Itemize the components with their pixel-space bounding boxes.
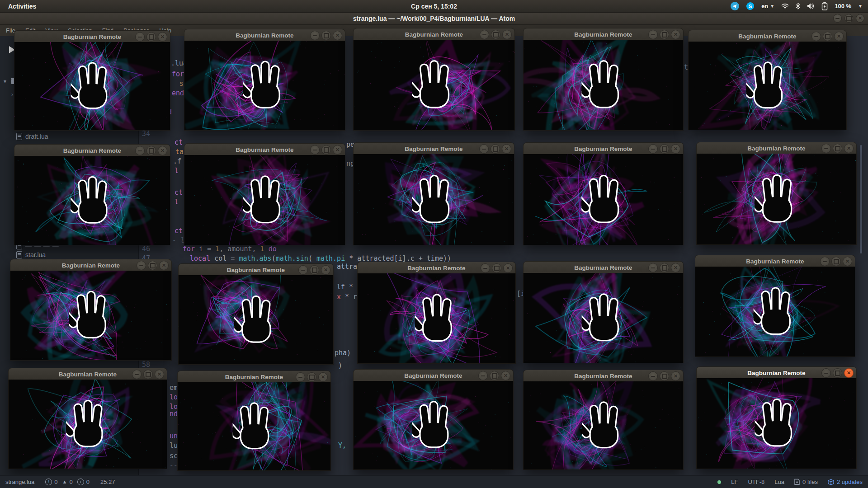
- maximize-button[interactable]: [833, 144, 842, 153]
- minimize-button[interactable]: [298, 265, 308, 275]
- maximize-button[interactable]: [321, 31, 331, 40]
- minimize-button[interactable]: [135, 146, 145, 155]
- close-button[interactable]: ✕: [502, 30, 512, 39]
- maximize-button[interactable]: [321, 145, 331, 155]
- minimize-button[interactable]: [820, 257, 830, 266]
- maximize-button[interactable]: [143, 370, 153, 379]
- line-ending-indicator[interactable]: LF: [731, 479, 738, 485]
- close-button[interactable]: ✕: [502, 144, 511, 154]
- remote-window-titlebar[interactable]: Bagburnian Remote ✕: [696, 366, 857, 379]
- maximize-button[interactable]: [492, 263, 501, 273]
- minimize-button[interactable]: [821, 368, 831, 378]
- minimize-button[interactable]: [821, 144, 831, 153]
- syntax-indicator[interactable]: Lua: [774, 479, 784, 485]
- minimize-button[interactable]: [480, 30, 489, 39]
- remote-viewport[interactable]: [177, 382, 331, 471]
- close-button[interactable]: ✕: [834, 32, 844, 41]
- maximize-button[interactable]: [660, 144, 669, 154]
- remote-window-titlebar[interactable]: Bagburnian Remote ✕: [184, 29, 345, 42]
- editor-scrollbar[interactable]: [860, 145, 862, 253]
- system-menu-caret-icon[interactable]: ▼: [858, 4, 863, 9]
- close-button[interactable]: ✕: [318, 372, 328, 382]
- remote-viewport[interactable]: [178, 275, 334, 365]
- close-button[interactable]: ✕: [671, 371, 680, 381]
- remote-window-titlebar[interactable]: Bagburnian Remote ✕: [353, 142, 514, 155]
- minimize-button[interactable]: [648, 144, 658, 154]
- wifi-icon[interactable]: [781, 3, 789, 9]
- remote-window-titlebar[interactable]: Bagburnian Remote ✕: [353, 369, 514, 382]
- minimize-button[interactable]: [648, 30, 658, 39]
- files-indicator[interactable]: 0 files: [794, 479, 818, 485]
- close-button[interactable]: ✕: [844, 368, 854, 378]
- minimize-button[interactable]: [132, 370, 142, 379]
- close-button[interactable]: ✕: [159, 261, 169, 270]
- close-button[interactable]: ✕: [155, 370, 164, 379]
- remote-viewport[interactable]: [14, 42, 170, 131]
- maximize-button[interactable]: [660, 371, 669, 381]
- language-indicator[interactable]: en▼: [761, 3, 774, 9]
- maximize-button[interactable]: [491, 30, 500, 39]
- maximize-button[interactable]: [491, 144, 500, 154]
- minimize-button[interactable]: [310, 31, 320, 40]
- close-button[interactable]: ✕: [671, 30, 680, 39]
- maximize-button[interactable]: [833, 368, 842, 378]
- clock[interactable]: Ср сен 5, 15:02: [411, 3, 457, 10]
- close-button[interactable]: ✕: [843, 257, 852, 266]
- close-button[interactable]: ✕: [844, 144, 854, 153]
- remote-viewport[interactable]: [8, 380, 167, 469]
- remote-window-titlebar[interactable]: Bagburnian Remote ✕: [353, 28, 515, 41]
- encoding-indicator[interactable]: UTF-8: [748, 479, 764, 485]
- maximize-button[interactable]: [823, 32, 832, 41]
- activities-button[interactable]: Activities: [0, 3, 44, 10]
- remote-viewport[interactable]: [523, 154, 684, 245]
- close-button[interactable]: ✕: [501, 371, 510, 380]
- minimize-button[interactable]: [481, 263, 490, 273]
- chevron-down-icon[interactable]: ▾: [4, 78, 8, 84]
- close-button[interactable]: ✕: [321, 265, 330, 275]
- minimize-button[interactable]: [479, 144, 489, 154]
- remote-viewport[interactable]: [353, 40, 515, 131]
- remote-viewport[interactable]: [353, 381, 514, 470]
- remote-viewport[interactable]: [523, 381, 684, 470]
- maximize-button[interactable]: [831, 257, 841, 266]
- close-button[interactable]: ✕: [503, 263, 513, 273]
- remote-viewport[interactable]: [184, 155, 345, 245]
- close-button[interactable]: ✕: [333, 31, 342, 40]
- close-button[interactable]: ✕: [333, 145, 342, 155]
- remote-window-titlebar[interactable]: Bagburnian Remote ✕: [8, 368, 167, 380]
- cursor-position[interactable]: 25:27: [100, 479, 115, 485]
- bluetooth-icon[interactable]: [796, 3, 800, 9]
- remote-window-titlebar[interactable]: Bagburnian Remote ✕: [178, 263, 334, 276]
- maximize-button[interactable]: [660, 263, 669, 272]
- diagnostics[interactable]: !0 ▲0 i0: [45, 479, 90, 485]
- minimize-button[interactable]: [648, 263, 658, 272]
- remote-viewport[interactable]: [357, 273, 516, 364]
- remote-viewport[interactable]: [696, 154, 857, 245]
- updates-indicator[interactable]: 2 updates: [828, 479, 863, 485]
- close-button[interactable]: ✕: [671, 263, 680, 272]
- remote-viewport[interactable]: [353, 154, 514, 245]
- telegram-icon[interactable]: [731, 2, 739, 10]
- remote-viewport[interactable]: [10, 271, 172, 361]
- minimize-button[interactable]: [135, 32, 145, 42]
- maximize-button[interactable]: [146, 146, 156, 155]
- battery-icon[interactable]: [821, 2, 828, 10]
- close-button[interactable]: ✕: [671, 144, 680, 154]
- volume-icon[interactable]: [807, 3, 815, 9]
- remote-viewport[interactable]: [695, 267, 855, 357]
- close-button[interactable]: ✕: [158, 146, 167, 155]
- minimize-button[interactable]: [310, 145, 320, 155]
- remote-window-titlebar[interactable]: Bagburnian Remote ✕: [696, 142, 857, 155]
- remote-window-titlebar[interactable]: Bagburnian Remote ✕: [523, 142, 684, 155]
- remote-window-titlebar[interactable]: Bagburnian Remote ✕: [184, 143, 345, 156]
- maximize-button[interactable]: [490, 371, 499, 380]
- minimize-button[interactable]: [478, 371, 488, 380]
- skype-icon[interactable]: S: [746, 2, 755, 10]
- remote-viewport[interactable]: [688, 42, 847, 130]
- minimize-button[interactable]: [296, 372, 305, 382]
- remote-window-titlebar[interactable]: Bagburnian Remote ✕: [14, 30, 170, 43]
- minimize-button[interactable]: [811, 32, 821, 41]
- atom-minimize-button[interactable]: [833, 14, 842, 23]
- minimize-button[interactable]: [648, 371, 658, 381]
- remote-window-titlebar[interactable]: Bagburnian Remote ✕: [695, 255, 855, 267]
